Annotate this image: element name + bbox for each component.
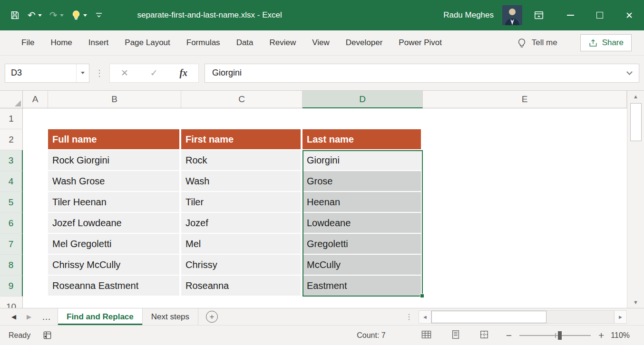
select-all-corner[interactable]	[0, 91, 23, 108]
row-header-6[interactable]: 6	[0, 213, 23, 234]
vertical-scrollbar-thumb[interactable]	[630, 103, 642, 141]
row-header-8[interactable]: 8	[0, 255, 23, 276]
cell-C10[interactable]	[181, 297, 302, 308]
insert-function-button[interactable]: fx	[179, 67, 187, 78]
row-header-10[interactable]: 10	[0, 297, 23, 308]
row-header-4[interactable]: 4	[0, 171, 23, 192]
redo-button[interactable]: ↷	[49, 10, 64, 20]
formula-bar-separator[interactable]: ⋮	[95, 68, 104, 78]
normal-view-button[interactable]	[421, 330, 432, 341]
scroll-up-icon[interactable]: ▲	[627, 91, 644, 102]
cell-B1[interactable]	[48, 108, 181, 129]
sheet-prev-icon[interactable]: ◀	[11, 313, 16, 320]
cell-E1[interactable]	[423, 108, 627, 129]
cell-A4[interactable]	[23, 171, 48, 192]
customize-quick-access-toolbar-button[interactable]	[95, 11, 103, 19]
cell-A7[interactable]	[23, 234, 48, 255]
sheet-tab-next-steps[interactable]: Next steps	[143, 308, 198, 325]
ribbon-display-options-button[interactable]	[534, 10, 544, 20]
cell-A3[interactable]	[23, 150, 48, 171]
save-button[interactable]	[10, 10, 20, 20]
row-header-9[interactable]: 9	[0, 276, 23, 297]
cell-B5[interactable]: Tiler Heenan	[48, 192, 181, 213]
zoom-slider-handle[interactable]	[558, 331, 562, 340]
page-break-preview-button[interactable]	[479, 330, 489, 341]
zoom-in-button[interactable]: +	[598, 330, 604, 340]
minimize-button[interactable]	[556, 0, 585, 30]
cell-A5[interactable]	[23, 192, 48, 213]
horizontal-scrollbar[interactable]: ◄ ►	[419, 310, 627, 324]
cell-D2[interactable]: Last name	[302, 129, 423, 150]
cell-C5[interactable]: Tiler	[181, 192, 302, 213]
zoom-slider[interactable]	[519, 331, 591, 340]
column-header-A[interactable]: A	[23, 91, 48, 108]
column-header-C[interactable]: C	[181, 91, 302, 108]
sheet-next-icon[interactable]: ▶	[27, 313, 31, 320]
cell-D10[interactable]	[302, 297, 423, 308]
share-button[interactable]: Share	[580, 34, 632, 51]
cell-D4[interactable]: Grose	[302, 171, 423, 192]
ribbon-tab-home[interactable]: Home	[42, 30, 80, 55]
row-header-7[interactable]: 7	[0, 234, 23, 255]
cell-C3[interactable]: Rock	[181, 150, 302, 171]
formula-bar-expand-icon[interactable]	[626, 69, 633, 75]
cell-D5[interactable]: Heenan	[302, 192, 423, 213]
cell-E9[interactable]	[423, 276, 627, 297]
cell-B6[interactable]: Jozef Lowdeane	[48, 213, 181, 234]
vertical-scrollbar[interactable]: ▲ ▼	[627, 91, 644, 308]
cell-C7[interactable]: Mel	[181, 234, 302, 255]
sheet-tab-find-and-replace[interactable]: Find and Replace	[58, 308, 143, 325]
cell-E4[interactable]	[423, 171, 627, 192]
cell-B3[interactable]: Rock Giorgini	[48, 150, 181, 171]
ribbon-tab-insert[interactable]: Insert	[80, 30, 117, 55]
tabbar-resize-dots[interactable]: ⋮	[405, 312, 413, 321]
undo-button[interactable]: ↶	[28, 10, 42, 20]
cell-A1[interactable]	[23, 108, 48, 129]
row-header-5[interactable]: 5	[0, 192, 23, 213]
cell-A2[interactable]	[23, 129, 48, 150]
ribbon-tab-file[interactable]: File	[13, 30, 42, 55]
column-header-B[interactable]: B	[48, 91, 181, 108]
enter-button[interactable]: ✓	[150, 67, 158, 78]
sheet-overflow-menu[interactable]: …	[42, 312, 51, 322]
cell-A9[interactable]	[23, 276, 48, 297]
cell-E2[interactable]	[423, 129, 627, 150]
cell-B9[interactable]: Roseanna Eastment	[48, 276, 181, 297]
name-box[interactable]: D3	[5, 64, 89, 83]
macro-record-button[interactable]	[43, 331, 52, 340]
page-layout-view-button[interactable]	[451, 330, 460, 341]
column-header-D[interactable]: D	[302, 91, 423, 108]
cell-E5[interactable]	[423, 192, 627, 213]
cell-E7[interactable]	[423, 234, 627, 255]
ribbon-tab-developer[interactable]: Developer	[338, 30, 391, 55]
user-avatar[interactable]	[502, 5, 522, 25]
ribbon-tab-view[interactable]: View	[304, 30, 338, 55]
cell-B7[interactable]: Mel Gregoletti	[48, 234, 181, 255]
tell-me-box[interactable]: Tell me	[517, 38, 557, 48]
cell-D6[interactable]: Lowdeane	[302, 213, 423, 234]
cell-B8[interactable]: Chrissy McCully	[48, 255, 181, 276]
row-header-2[interactable]: 2	[0, 129, 23, 150]
row-header-1[interactable]: 1	[0, 108, 23, 129]
ribbon-tab-data[interactable]: Data	[228, 30, 262, 55]
new-sheet-button[interactable]: +	[206, 311, 218, 323]
cell-E8[interactable]	[423, 255, 627, 276]
cell-B4[interactable]: Wash Grose	[48, 171, 181, 192]
cell-C2[interactable]: First name	[181, 129, 302, 150]
cell-D9[interactable]: Eastment	[302, 276, 423, 297]
horizontal-scrollbar-thumb[interactable]	[431, 311, 546, 323]
cell-C4[interactable]: Wash	[181, 171, 302, 192]
cell-C8[interactable]: Chrissy	[181, 255, 302, 276]
ribbon-tab-review[interactable]: Review	[262, 30, 304, 55]
close-button[interactable]: ✕	[615, 0, 644, 30]
name-box-dropdown[interactable]	[76, 64, 89, 82]
scroll-down-icon[interactable]: ▼	[627, 297, 644, 308]
cell-C6[interactable]: Jozef	[181, 213, 302, 234]
scroll-left-icon[interactable]: ◄	[419, 311, 431, 323]
formula-input[interactable]: Giorgini	[205, 64, 639, 83]
lightbulb-button[interactable]	[71, 10, 87, 20]
cell-E6[interactable]	[423, 213, 627, 234]
cell-D3-active[interactable]: Giorgini	[302, 150, 423, 171]
ribbon-tab-formulas[interactable]: Formulas	[178, 30, 228, 55]
cell-D1[interactable]	[302, 108, 423, 129]
